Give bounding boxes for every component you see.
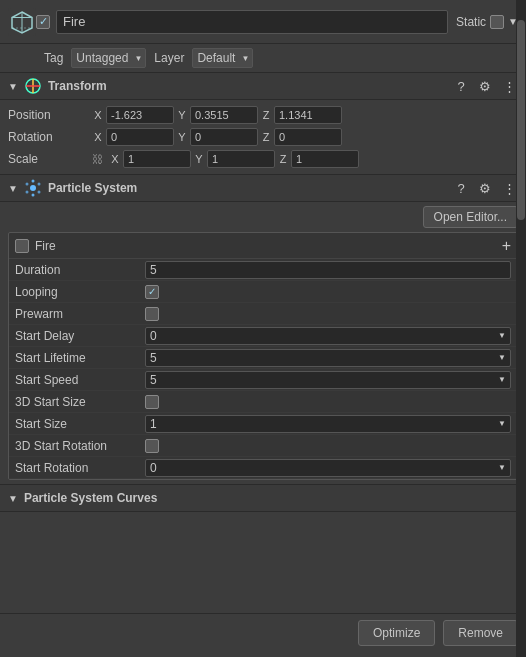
looping-label: Looping <box>15 285 145 299</box>
prewarm-checkbox[interactable] <box>145 307 159 321</box>
optimize-button[interactable]: Optimize <box>358 620 435 646</box>
duration-param: Duration <box>9 259 517 281</box>
tag-select[interactable]: Untagged <box>71 48 146 68</box>
rotation-label: Rotation <box>8 130 88 144</box>
duration-value[interactable] <box>145 261 511 279</box>
scale-xyz: X Y Z <box>109 150 518 168</box>
start-size-3d-checkbox[interactable] <box>145 395 159 409</box>
curves-title: Particle System Curves <box>24 491 518 505</box>
transform-actions: ? ⚙ ⋮ <box>452 77 518 95</box>
start-lifetime-label: Start Lifetime <box>15 351 145 365</box>
looping-checkmark: ✓ <box>148 286 156 297</box>
svg-point-11 <box>25 191 28 194</box>
start-size-label: Start Size <box>15 417 145 431</box>
start-rotation-value[interactable]: 0 <box>145 459 511 477</box>
rotation-y-input[interactable] <box>190 128 258 146</box>
start-rotation-3d-checkbox[interactable] <box>145 439 159 453</box>
transform-collapse-arrow[interactable]: ▼ <box>8 81 18 92</box>
layer-select[interactable]: Default <box>192 48 253 68</box>
start-rotation-3d-value <box>145 439 511 453</box>
looping-checkbox[interactable]: ✓ <box>145 285 159 299</box>
fire-name-label: Fire <box>35 239 502 253</box>
duration-label: Duration <box>15 263 145 277</box>
transform-settings-icon[interactable]: ⚙ <box>476 77 494 95</box>
position-row: Position X Y Z <box>0 104 526 126</box>
scale-x-label: X <box>109 153 121 165</box>
duration-input[interactable] <box>145 261 511 279</box>
bottom-bar: Optimize Remove <box>0 613 526 657</box>
scale-y-input[interactable] <box>207 150 275 168</box>
ps-help-icon[interactable]: ? <box>452 179 470 197</box>
svg-point-10 <box>37 183 40 186</box>
transform-section-header[interactable]: ▼ Transform ? ⚙ ⋮ <box>0 72 526 100</box>
open-editor-button[interactable]: Open Editor... <box>423 206 518 228</box>
start-rotation-param: Start Rotation 0 <box>9 457 517 479</box>
position-z-input[interactable] <box>274 106 342 124</box>
object-name-input[interactable] <box>56 10 448 34</box>
start-delay-text: 0 <box>150 329 506 343</box>
static-checkbox[interactable] <box>490 15 504 29</box>
top-header: ✓ Static ▼ <box>0 0 526 44</box>
start-rotation-dropdown[interactable]: 0 <box>145 459 511 477</box>
remove-button[interactable]: Remove <box>443 620 518 646</box>
start-delay-dropdown[interactable]: 0 <box>145 327 511 345</box>
start-speed-param: Start Speed 5 <box>9 369 517 391</box>
start-size-text: 1 <box>150 417 506 431</box>
position-y-input[interactable] <box>190 106 258 124</box>
svg-point-14 <box>31 194 34 197</box>
rotation-z-input[interactable] <box>274 128 342 146</box>
position-x-input[interactable] <box>106 106 174 124</box>
transform-body: Position X Y Z Rotation X Y Z <box>0 100 526 174</box>
start-lifetime-dropdown[interactable]: 5 <box>145 349 511 367</box>
scale-z-input[interactable] <box>291 150 359 168</box>
ps-title: Particle System <box>48 181 446 195</box>
prewarm-value <box>145 307 511 321</box>
pos-x-label: X <box>92 109 104 121</box>
layer-select-wrapper[interactable]: Default <box>192 48 253 68</box>
scale-label: Scale <box>8 152 88 166</box>
start-size-3d-label: 3D Start Size <box>15 395 145 409</box>
pos-z-label: Z <box>260 109 272 121</box>
rotation-xyz: X Y Z <box>92 128 518 146</box>
svg-point-13 <box>31 180 34 183</box>
start-speed-value[interactable]: 5 <box>145 371 511 389</box>
curves-section-header[interactable]: ▼ Particle System Curves <box>0 484 526 512</box>
start-delay-value[interactable]: 0 <box>145 327 511 345</box>
start-rotation-label: Start Rotation <box>15 461 145 475</box>
transform-icon <box>24 77 42 95</box>
start-rotation-3d-param: 3D Start Rotation <box>9 435 517 457</box>
rotation-x-input[interactable] <box>106 128 174 146</box>
curves-collapse-arrow[interactable]: ▼ <box>8 493 18 504</box>
particle-system-icon <box>24 179 42 197</box>
ps-collapse-arrow[interactable]: ▼ <box>8 183 18 194</box>
tag-layer-row: Tag Untagged Layer Default <box>0 44 526 72</box>
start-lifetime-value[interactable]: 5 <box>145 349 511 367</box>
start-speed-dropdown[interactable]: 5 <box>145 371 511 389</box>
scale-x-input[interactable] <box>123 150 191 168</box>
scrollbar[interactable] <box>516 0 526 657</box>
start-size-value[interactable]: 1 <box>145 415 511 433</box>
svg-point-12 <box>37 191 40 194</box>
start-lifetime-param: Start Lifetime 5 <box>9 347 517 369</box>
start-size-dropdown[interactable]: 1 <box>145 415 511 433</box>
start-lifetime-text: 5 <box>150 351 506 365</box>
looping-param: Looping ✓ <box>9 281 517 303</box>
scale-row: Scale ⛓ X Y Z <box>0 148 526 170</box>
scale-y-label: Y <box>193 153 205 165</box>
svg-point-9 <box>25 183 28 186</box>
particle-system-section-header[interactable]: ▼ Particle System ? ⚙ ⋮ <box>0 174 526 202</box>
pos-y-label: Y <box>176 109 188 121</box>
transform-help-icon[interactable]: ? <box>452 77 470 95</box>
object-enable-checkbox[interactable]: ✓ <box>36 15 50 29</box>
rot-x-label: X <box>92 131 104 143</box>
position-xyz: X Y Z <box>92 106 518 124</box>
fire-enable-checkbox[interactable] <box>15 239 29 253</box>
tag-select-wrapper[interactable]: Untagged <box>71 48 146 68</box>
start-size-3d-param: 3D Start Size <box>9 391 517 413</box>
scrollbar-thumb[interactable] <box>517 20 525 220</box>
start-delay-label: Start Delay <box>15 329 145 343</box>
start-rotation-text: 0 <box>150 461 506 475</box>
ps-settings-icon[interactable]: ⚙ <box>476 179 494 197</box>
fire-group-header: Fire + <box>9 233 517 259</box>
fire-add-button[interactable]: + <box>502 237 511 255</box>
